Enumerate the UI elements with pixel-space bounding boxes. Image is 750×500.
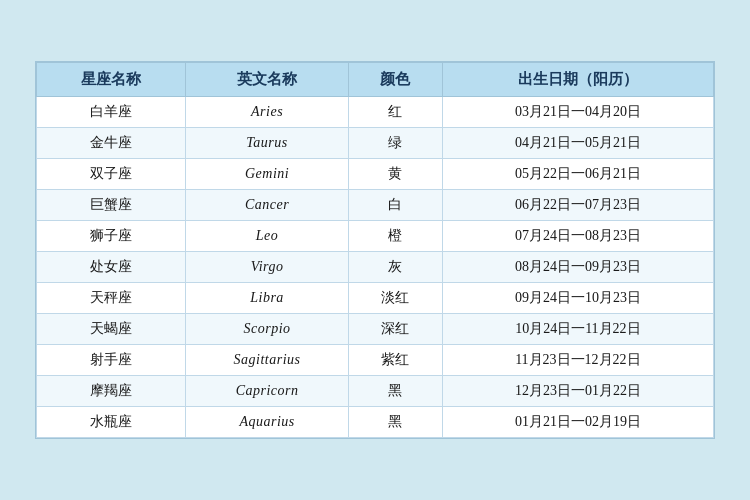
zodiac-table: 星座名称 英文名称 颜色 出生日期（阳历） 白羊座Aries红03月21日一04… bbox=[36, 62, 714, 438]
cell-color: 深红 bbox=[348, 314, 442, 345]
cell-english-name: Virgo bbox=[186, 252, 348, 283]
cell-dates: 08月24日一09月23日 bbox=[442, 252, 713, 283]
cell-color: 黑 bbox=[348, 376, 442, 407]
table-header-row: 星座名称 英文名称 颜色 出生日期（阳历） bbox=[37, 63, 714, 97]
table-row: 狮子座Leo橙07月24日一08月23日 bbox=[37, 221, 714, 252]
cell-chinese-name: 狮子座 bbox=[37, 221, 186, 252]
cell-chinese-name: 金牛座 bbox=[37, 128, 186, 159]
table-row: 摩羯座Capricorn黑12月23日一01月22日 bbox=[37, 376, 714, 407]
table-row: 天秤座Libra淡红09月24日一10月23日 bbox=[37, 283, 714, 314]
cell-color: 黑 bbox=[348, 407, 442, 438]
cell-english-name: Cancer bbox=[186, 190, 348, 221]
header-english-name: 英文名称 bbox=[186, 63, 348, 97]
cell-color: 淡红 bbox=[348, 283, 442, 314]
cell-color: 绿 bbox=[348, 128, 442, 159]
cell-color: 橙 bbox=[348, 221, 442, 252]
cell-color: 红 bbox=[348, 97, 442, 128]
cell-dates: 12月23日一01月22日 bbox=[442, 376, 713, 407]
cell-english-name: Aquarius bbox=[186, 407, 348, 438]
table-row: 巨蟹座Cancer白06月22日一07月23日 bbox=[37, 190, 714, 221]
cell-english-name: Taurus bbox=[186, 128, 348, 159]
cell-english-name: Aries bbox=[186, 97, 348, 128]
cell-dates: 11月23日一12月22日 bbox=[442, 345, 713, 376]
table-row: 水瓶座Aquarius黑01月21日一02月19日 bbox=[37, 407, 714, 438]
zodiac-table-container: 星座名称 英文名称 颜色 出生日期（阳历） 白羊座Aries红03月21日一04… bbox=[35, 61, 715, 439]
table-row: 双子座Gemini黄05月22日一06月21日 bbox=[37, 159, 714, 190]
cell-chinese-name: 天秤座 bbox=[37, 283, 186, 314]
cell-english-name: Capricorn bbox=[186, 376, 348, 407]
cell-dates: 09月24日一10月23日 bbox=[442, 283, 713, 314]
table-row: 射手座Sagittarius紫红11月23日一12月22日 bbox=[37, 345, 714, 376]
cell-chinese-name: 巨蟹座 bbox=[37, 190, 186, 221]
cell-dates: 03月21日一04月20日 bbox=[442, 97, 713, 128]
table-row: 金牛座Taurus绿04月21日一05月21日 bbox=[37, 128, 714, 159]
cell-dates: 06月22日一07月23日 bbox=[442, 190, 713, 221]
cell-dates: 01月21日一02月19日 bbox=[442, 407, 713, 438]
cell-chinese-name: 白羊座 bbox=[37, 97, 186, 128]
cell-chinese-name: 处女座 bbox=[37, 252, 186, 283]
cell-dates: 05月22日一06月21日 bbox=[442, 159, 713, 190]
cell-color: 紫红 bbox=[348, 345, 442, 376]
cell-dates: 04月21日一05月21日 bbox=[442, 128, 713, 159]
cell-chinese-name: 摩羯座 bbox=[37, 376, 186, 407]
cell-chinese-name: 水瓶座 bbox=[37, 407, 186, 438]
cell-english-name: Libra bbox=[186, 283, 348, 314]
cell-color: 灰 bbox=[348, 252, 442, 283]
cell-english-name: Leo bbox=[186, 221, 348, 252]
cell-color: 黄 bbox=[348, 159, 442, 190]
header-color: 颜色 bbox=[348, 63, 442, 97]
table-row: 天蝎座Scorpio深红10月24日一11月22日 bbox=[37, 314, 714, 345]
table-row: 白羊座Aries红03月21日一04月20日 bbox=[37, 97, 714, 128]
cell-chinese-name: 天蝎座 bbox=[37, 314, 186, 345]
cell-chinese-name: 双子座 bbox=[37, 159, 186, 190]
cell-english-name: Gemini bbox=[186, 159, 348, 190]
header-chinese-name: 星座名称 bbox=[37, 63, 186, 97]
cell-dates: 10月24日一11月22日 bbox=[442, 314, 713, 345]
header-dates: 出生日期（阳历） bbox=[442, 63, 713, 97]
cell-color: 白 bbox=[348, 190, 442, 221]
table-row: 处女座Virgo灰08月24日一09月23日 bbox=[37, 252, 714, 283]
cell-chinese-name: 射手座 bbox=[37, 345, 186, 376]
cell-english-name: Scorpio bbox=[186, 314, 348, 345]
cell-english-name: Sagittarius bbox=[186, 345, 348, 376]
cell-dates: 07月24日一08月23日 bbox=[442, 221, 713, 252]
